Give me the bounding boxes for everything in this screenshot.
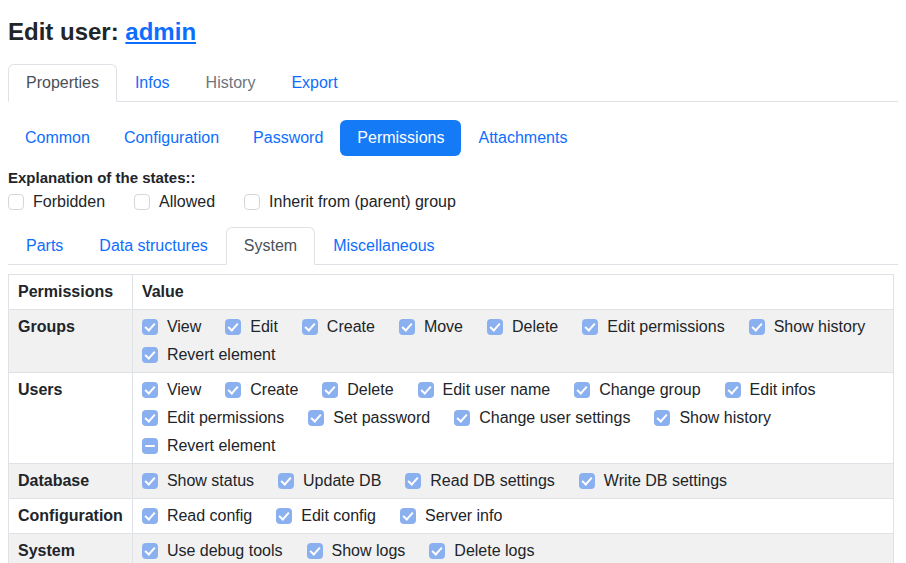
permission-item-revert-element: Revert element [142, 346, 276, 364]
checkbox-label: Write DB settings [604, 472, 727, 490]
tab-permissions[interactable]: Permissions [340, 120, 461, 156]
checked-checkbox-icon[interactable] [225, 319, 241, 335]
unchecked-checkbox-icon[interactable] [134, 194, 150, 210]
checked-checkbox-icon[interactable] [302, 319, 318, 335]
tab-infos[interactable]: Infos [117, 64, 188, 102]
checkbox-label: Server info [425, 507, 502, 525]
permission-item-change-group: Change group [574, 381, 700, 399]
tab-item: Configuration [107, 120, 236, 156]
tab-data-structures[interactable]: Data structures [81, 227, 225, 265]
checked-checkbox-icon[interactable] [418, 382, 434, 398]
checkbox-label: Edit user name [443, 381, 551, 399]
checked-checkbox-icon[interactable] [399, 319, 415, 335]
permission-item-view: View [142, 381, 201, 399]
checked-checkbox-icon[interactable] [487, 319, 503, 335]
checked-checkbox-icon[interactable] [322, 382, 338, 398]
permission-item-show-history: Show history [654, 409, 771, 427]
checked-checkbox-icon[interactable] [307, 543, 323, 559]
tab-export[interactable]: Export [273, 64, 355, 102]
checked-checkbox-icon[interactable] [278, 473, 294, 489]
checkbox-label: Delete [512, 318, 558, 336]
tab-item: Miscellaneous [315, 227, 452, 264]
tab-miscellaneous[interactable]: Miscellaneous [315, 227, 452, 265]
tab-parts[interactable]: Parts [8, 227, 81, 265]
checked-checkbox-icon[interactable] [142, 382, 158, 398]
permission-item-delete: Delete [487, 318, 558, 336]
column-header-permissions: Permissions [9, 275, 133, 310]
table-row-configuration: ConfigurationRead configEdit configServe… [9, 499, 894, 534]
permission-item-edit-permissions: Edit permissions [142, 409, 284, 427]
checked-checkbox-icon[interactable] [582, 319, 598, 335]
checked-checkbox-icon[interactable] [308, 410, 324, 426]
checked-checkbox-icon[interactable] [142, 410, 158, 426]
checkbox-label: Inherit from (parent) group [269, 193, 456, 211]
tab-item: Infos [117, 64, 188, 101]
permission-item-view: View [142, 318, 201, 336]
permission-item-revert-element: Revert element [142, 437, 276, 455]
checkbox-label: Delete [347, 381, 393, 399]
checked-checkbox-icon[interactable] [429, 543, 445, 559]
tab-common[interactable]: Common [8, 120, 107, 156]
checkbox-label: Change user settings [479, 409, 630, 427]
tab-attachments[interactable]: Attachments [461, 120, 584, 156]
unchecked-checkbox-icon[interactable] [244, 194, 260, 210]
checkbox-label: Show history [679, 409, 771, 427]
indeterminate-checkbox-icon[interactable] [142, 438, 158, 454]
checked-checkbox-icon[interactable] [400, 508, 416, 524]
checkbox-label: Edit config [301, 507, 376, 525]
checked-checkbox-icon[interactable] [142, 508, 158, 524]
table-header-row: Permissions Value [9, 275, 894, 310]
checked-checkbox-icon[interactable] [142, 543, 158, 559]
checked-checkbox-icon[interactable] [574, 382, 590, 398]
permission-item-edit-permissions: Edit permissions [582, 318, 724, 336]
checkbox-label: Edit [250, 318, 278, 336]
table-row-groups: GroupsViewEditCreateMoveDeleteEdit permi… [9, 310, 894, 373]
checkbox-label: View [167, 318, 201, 336]
checked-checkbox-icon[interactable] [725, 382, 741, 398]
permission-values-list: Show statusUpdate DBRead DB settingsWrit… [142, 472, 884, 490]
inner-tab-bar: PartsData structuresSystemMiscellaneous [8, 227, 898, 265]
tab-item: History [188, 64, 274, 101]
checked-checkbox-icon[interactable] [405, 473, 421, 489]
permission-item-inherit-from-parent-group: Inherit from (parent) group [244, 193, 456, 211]
permission-item-edit-user-name: Edit user name [418, 381, 551, 399]
permission-item-delete-logs: Delete logs [429, 542, 534, 560]
checkbox-label: Move [424, 318, 463, 336]
tab-configuration[interactable]: Configuration [107, 120, 236, 156]
checked-checkbox-icon[interactable] [225, 382, 241, 398]
checkbox-label: Edit permissions [607, 318, 724, 336]
checked-checkbox-icon[interactable] [142, 319, 158, 335]
checkbox-label: Create [250, 381, 298, 399]
checked-checkbox-icon[interactable] [579, 473, 595, 489]
permission-values-cell: ViewEditCreateMoveDeleteEdit permissions… [132, 310, 893, 373]
permission-group-name: Groups [9, 310, 133, 373]
tab-properties[interactable]: Properties [8, 64, 117, 102]
checkbox-label: Create [327, 318, 375, 336]
checkbox-label: Allowed [159, 193, 215, 211]
permission-item-show-logs: Show logs [307, 542, 406, 560]
tab-system[interactable]: System [226, 227, 315, 265]
permission-item-use-debug-tools: Use debug tools [142, 542, 283, 560]
main-tab-bar: PropertiesInfosHistoryExport [8, 64, 898, 102]
checkbox-label: Use debug tools [167, 542, 283, 560]
checked-checkbox-icon[interactable] [142, 473, 158, 489]
permission-item-show-status: Show status [142, 472, 254, 490]
checked-checkbox-icon[interactable] [276, 508, 292, 524]
permission-item-read-db-settings: Read DB settings [405, 472, 555, 490]
states-explanation-row: ForbiddenAllowedInherit from (parent) gr… [8, 193, 898, 211]
checkbox-label: Delete logs [454, 542, 534, 560]
tab-item: Attachments [461, 120, 584, 156]
tab-item: Data structures [81, 227, 225, 264]
checked-checkbox-icon[interactable] [654, 410, 670, 426]
unchecked-checkbox-icon[interactable] [8, 194, 24, 210]
checked-checkbox-icon[interactable] [454, 410, 470, 426]
checkbox-label: Show logs [332, 542, 406, 560]
edit-user-link[interactable]: admin [125, 18, 196, 45]
page-title-text: Edit user: [8, 18, 125, 45]
permission-group-name: Configuration [9, 499, 133, 534]
checked-checkbox-icon[interactable] [142, 347, 158, 363]
tab-item: Parts [8, 227, 81, 264]
checked-checkbox-icon[interactable] [749, 319, 765, 335]
permission-item-set-password: Set password [308, 409, 430, 427]
tab-password[interactable]: Password [236, 120, 340, 156]
